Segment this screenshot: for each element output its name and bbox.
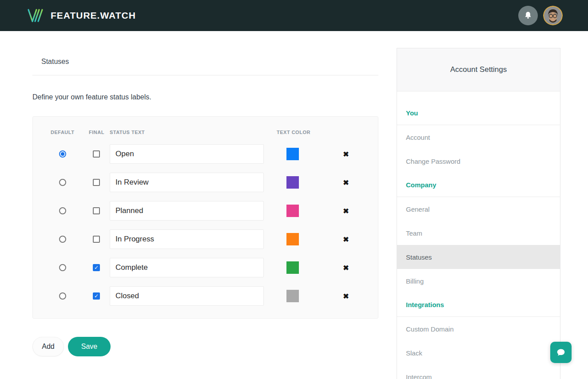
sidebar-item-intercom[interactable]: Intercom — [397, 365, 560, 379]
add-button[interactable]: Add — [32, 337, 64, 356]
status-row: ✓ ✖ — [33, 286, 378, 306]
sidebar-item-team[interactable]: Team — [397, 221, 560, 245]
color-swatch[interactable] — [286, 205, 299, 217]
column-header-status-text: STATUS TEXT — [110, 130, 145, 135]
status-row: ✖ — [33, 173, 378, 192]
status-row: ✓ ✖ — [33, 258, 378, 277]
sidebar-item-company: Company — [397, 173, 560, 197]
delete-icon: ✖ — [343, 264, 349, 272]
status-text-input[interactable] — [110, 229, 264, 249]
final-checkbox[interactable] — [93, 150, 100, 158]
sidebar-item-change-password[interactable]: Change Password — [397, 149, 560, 173]
default-radio[interactable] — [59, 264, 66, 271]
account-settings-sidebar: Account Settings YouAccountChange Passwo… — [397, 48, 560, 379]
delete-row-button[interactable]: ✖ — [340, 263, 352, 273]
color-swatch[interactable] — [286, 148, 299, 160]
top-navbar: FEATURE.WATCH — [0, 0, 588, 31]
final-checkbox[interactable] — [93, 179, 100, 186]
brand-text: FEATURE.WATCH — [51, 10, 136, 21]
delete-icon: ✖ — [343, 292, 349, 300]
delete-row-button[interactable]: ✖ — [340, 206, 352, 217]
column-header-default: DEFAULT — [51, 130, 74, 135]
delete-row-button[interactable]: ✖ — [340, 178, 352, 188]
page-title-bar: Statuses — [32, 48, 378, 75]
status-text-input[interactable] — [110, 173, 264, 192]
default-radio[interactable] — [59, 150, 66, 158]
notifications-button[interactable] — [518, 6, 538, 25]
status-row: ✖ — [33, 229, 378, 249]
column-header-text-color: TEXT COLOR — [277, 130, 310, 135]
delete-row-button[interactable]: ✖ — [340, 149, 352, 160]
chat-bubble-icon — [556, 347, 566, 358]
delete-icon: ✖ — [343, 150, 349, 158]
default-radio[interactable] — [59, 292, 66, 300]
final-checkbox[interactable]: ✓ — [93, 292, 100, 300]
user-avatar[interactable] — [543, 6, 563, 25]
chat-launcher-button[interactable] — [550, 342, 572, 363]
default-radio[interactable] — [59, 179, 66, 186]
feature-watch-logo-icon — [27, 8, 46, 24]
color-swatch[interactable] — [286, 290, 299, 302]
save-button[interactable]: Save — [68, 337, 111, 356]
sidebar-item-general[interactable]: General — [397, 197, 560, 221]
status-text-input[interactable] — [110, 258, 264, 277]
final-checkbox[interactable] — [93, 207, 100, 214]
delete-row-button[interactable]: ✖ — [340, 234, 352, 245]
default-radio[interactable] — [59, 207, 66, 214]
final-checkbox[interactable] — [93, 236, 100, 243]
status-text-input[interactable] — [110, 286, 264, 306]
sidebar-item-billing[interactable]: Billing — [397, 269, 560, 293]
default-radio[interactable] — [59, 236, 66, 243]
statuses-table: DEFAULT FINAL STATUS TEXT TEXT COLOR ✖ ✖… — [32, 116, 378, 319]
page-title: Statuses — [41, 58, 69, 66]
color-swatch[interactable] — [286, 261, 299, 274]
sidebar-item-integrations: Integrations — [397, 293, 560, 317]
delete-icon: ✖ — [343, 207, 349, 215]
column-header-final: FINAL — [89, 130, 104, 135]
delete-icon: ✖ — [343, 236, 349, 243]
sidebar-nav: YouAccountChange PasswordCompanyGeneralT… — [397, 91, 560, 379]
brand-logo[interactable]: FEATURE.WATCH — [27, 8, 136, 24]
status-row: ✖ — [33, 144, 378, 164]
status-row: ✖ — [33, 201, 378, 221]
delete-row-button[interactable]: ✖ — [340, 291, 352, 302]
sidebar-item-statuses[interactable]: Statuses — [397, 245, 560, 269]
color-swatch[interactable] — [286, 233, 299, 245]
page-description: Define your own feature status labels. — [32, 93, 151, 101]
delete-icon: ✖ — [343, 179, 349, 186]
sidebar-item-slack[interactable]: Slack — [397, 341, 560, 365]
color-swatch[interactable] — [286, 176, 299, 189]
bell-icon — [523, 11, 533, 20]
final-checkbox[interactable]: ✓ — [93, 264, 100, 271]
sidebar-title: Account Settings — [397, 48, 560, 91]
status-text-input[interactable] — [110, 144, 264, 164]
sidebar-item-you: You — [397, 101, 560, 125]
sidebar-item-account[interactable]: Account — [397, 125, 560, 149]
status-text-input[interactable] — [110, 201, 264, 221]
sidebar-item-custom-domain[interactable]: Custom Domain — [397, 317, 560, 341]
